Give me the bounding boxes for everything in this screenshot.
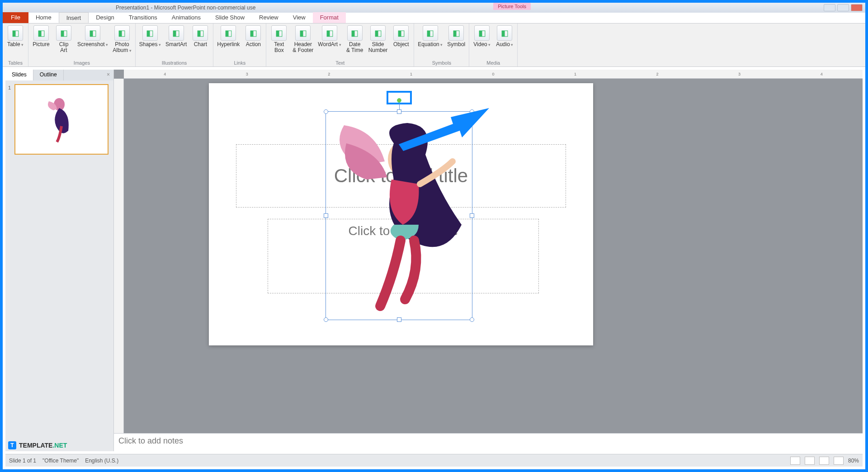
equation-button[interactable]: ◧Equation bbox=[418, 25, 443, 47]
window-title: Presentation1 - Microsoft PowerPoint non… bbox=[116, 5, 255, 11]
screenshot-icon: ◧ bbox=[85, 25, 100, 41]
rotation-handle[interactable] bbox=[397, 98, 401, 103]
group-label: Images bbox=[32, 59, 132, 66]
ribbon-group-media: ◧Video◧AudioMedia bbox=[469, 24, 518, 66]
audio-icon: ◧ bbox=[497, 25, 512, 41]
notes-pane[interactable]: Click to add notes bbox=[114, 433, 863, 451]
group-label: Illustrations bbox=[139, 59, 210, 66]
horizontal-ruler: 432101234 bbox=[124, 70, 863, 79]
ribbon-group-links: ◧Hyperlink◧ActionLinks bbox=[213, 24, 266, 66]
slides-pane: Slides Outline × 1 bbox=[5, 70, 114, 451]
table-button[interactable]: ◧Table bbox=[6, 25, 24, 47]
file-tab[interactable]: File bbox=[3, 12, 28, 23]
contextual-tab-label: Picture Tools bbox=[493, 3, 531, 10]
wordart-button[interactable]: ◧WordArt bbox=[318, 25, 341, 47]
status-theme: "Office Theme" bbox=[42, 458, 79, 464]
slides-tab[interactable]: Slides bbox=[5, 70, 33, 80]
action-icon: ◧ bbox=[245, 25, 261, 41]
template-net-watermark: T TEMPLATE.NET bbox=[8, 441, 67, 449]
wordart-icon: ◧ bbox=[322, 25, 337, 41]
thumbnail-image bbox=[43, 94, 80, 144]
clip-art-button[interactable]: ◧Clip Art bbox=[55, 25, 73, 53]
minimize-button[interactable] bbox=[824, 4, 835, 11]
zoom-level[interactable]: 80% bbox=[848, 458, 859, 464]
ribbon: ◧TableTables◧Picture◧Clip Art◧Screenshot… bbox=[3, 24, 865, 67]
symbol-button[interactable]: ◧Symbol bbox=[447, 25, 465, 47]
object-icon: ◧ bbox=[393, 25, 409, 41]
annotation-arrow bbox=[399, 117, 489, 160]
slide-canvas-area: 432101234 Click to add title Click to ad… bbox=[114, 70, 863, 451]
picture-button[interactable]: ◧Picture bbox=[32, 25, 50, 47]
equation-icon: ◧ bbox=[423, 25, 438, 41]
group-label: Symbols bbox=[418, 59, 465, 66]
status-slide: Slide 1 of 1 bbox=[9, 458, 36, 464]
contextual-format-tab[interactable]: Format bbox=[313, 12, 346, 23]
template-net-icon: T bbox=[8, 441, 16, 449]
maximize-button[interactable] bbox=[837, 4, 849, 11]
object-button[interactable]: ◧Object bbox=[392, 25, 410, 47]
symbol-icon: ◧ bbox=[448, 25, 464, 41]
hyperlink-icon: ◧ bbox=[221, 25, 236, 41]
smartart-icon: ◧ bbox=[169, 25, 184, 41]
text-box-icon: ◧ bbox=[271, 25, 287, 41]
tab-insert[interactable]: Insert bbox=[59, 12, 89, 23]
video-icon: ◧ bbox=[474, 25, 490, 41]
sorter-view-button[interactable] bbox=[805, 457, 815, 465]
header-footer-icon: ◧ bbox=[295, 25, 311, 41]
group-label: Tables bbox=[6, 59, 24, 66]
slide-number-button[interactable]: ◧Slide Number bbox=[368, 25, 388, 53]
tab-slide-show[interactable]: Slide Show bbox=[208, 12, 252, 23]
tab-home[interactable]: Home bbox=[28, 12, 59, 23]
slide-thumb-number: 1 bbox=[8, 85, 11, 90]
table-icon: ◧ bbox=[8, 25, 23, 41]
tab-view[interactable]: View bbox=[286, 12, 313, 23]
tab-animations[interactable]: Animations bbox=[165, 12, 208, 23]
close-button[interactable] bbox=[851, 4, 863, 11]
action-button[interactable]: ◧Action bbox=[244, 25, 262, 47]
date-time-icon: ◧ bbox=[347, 25, 363, 41]
ribbon-group-images: ◧Picture◧Clip Art◧Screenshot◧Photo Album… bbox=[28, 24, 136, 66]
close-pane-icon[interactable]: × bbox=[103, 70, 113, 80]
shapes-icon: ◧ bbox=[142, 25, 158, 41]
normal-view-button[interactable] bbox=[790, 457, 800, 465]
outline-tab[interactable]: Outline bbox=[33, 70, 64, 80]
ribbon-group-illustrations: ◧Shapes◧SmartArt◧ChartIllustrations bbox=[136, 24, 214, 66]
tab-transitions[interactable]: Transitions bbox=[122, 12, 165, 23]
group-label: Text bbox=[270, 59, 410, 66]
picture-icon: ◧ bbox=[33, 25, 49, 41]
title-bar: Picture Tools Presentation1 - Microsoft … bbox=[3, 3, 865, 13]
photo-album-button[interactable]: ◧Photo Album bbox=[113, 25, 132, 53]
vertical-ruler bbox=[114, 79, 124, 451]
ribbon-tabs: File HomeInsertDesignTransitionsAnimatio… bbox=[3, 13, 865, 24]
video-button[interactable]: ◧Video bbox=[473, 25, 491, 47]
slide[interactable]: Click to add title Click to add subtitle bbox=[209, 83, 593, 345]
status-bar: Slide 1 of 1 "Office Theme" English (U.S… bbox=[5, 454, 863, 467]
slide-number-icon: ◧ bbox=[370, 25, 386, 41]
screenshot-button[interactable]: ◧Screenshot bbox=[77, 25, 108, 47]
text-box-button[interactable]: ◧Text Box bbox=[270, 25, 288, 53]
group-label: Links bbox=[217, 59, 262, 66]
status-language[interactable]: English (U.S.) bbox=[85, 458, 118, 464]
reading-view-button[interactable] bbox=[819, 457, 829, 465]
shapes-button[interactable]: ◧Shapes bbox=[139, 25, 161, 47]
tab-review[interactable]: Review bbox=[252, 12, 286, 23]
tab-design[interactable]: Design bbox=[89, 12, 121, 23]
chart-button[interactable]: ◧Chart bbox=[191, 25, 209, 47]
group-label: Media bbox=[473, 59, 514, 66]
ribbon-group-tables: ◧TableTables bbox=[3, 24, 28, 66]
hyperlink-button[interactable]: ◧Hyperlink bbox=[217, 25, 240, 47]
ribbon-group-symbols: ◧Equation◧SymbolSymbols bbox=[414, 24, 469, 66]
ribbon-group-text: ◧Text Box◧Header & Footer◧WordArt◧Date &… bbox=[266, 24, 414, 66]
audio-button[interactable]: ◧Audio bbox=[495, 25, 514, 47]
slide-thumbnail[interactable]: 1 bbox=[9, 84, 110, 155]
smartart-button[interactable]: ◧SmartArt bbox=[165, 25, 187, 47]
photo-album-icon: ◧ bbox=[114, 25, 130, 41]
header-footer-button[interactable]: ◧Header & Footer bbox=[292, 25, 313, 53]
date-time-button[interactable]: ◧Date & Time bbox=[346, 25, 364, 53]
clip-art-icon: ◧ bbox=[56, 25, 71, 41]
slideshow-view-button[interactable] bbox=[834, 457, 844, 465]
chart-icon: ◧ bbox=[193, 25, 208, 41]
